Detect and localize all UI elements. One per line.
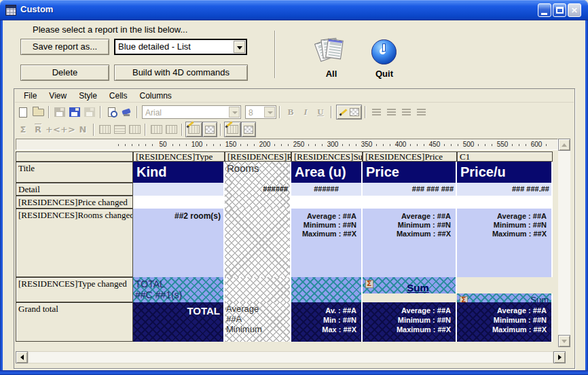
- title-bar[interactable]: Custom ×: [0, 0, 588, 20]
- font-size-dropdown-button[interactable]: [264, 107, 275, 118]
- align-left-button[interactable]: [369, 105, 384, 119]
- column-header-c1[interactable]: C1: [457, 151, 553, 162]
- sum-button[interactable]: Σ: [16, 123, 31, 137]
- vertical-scrollbar-track[interactable]: [558, 151, 570, 335]
- cell-price-changed-priceu[interactable]: [457, 196, 553, 209]
- row-label-price-changed[interactable]: [RESIDENCES]Price changed: [16, 196, 133, 209]
- alt-border-style-button[interactable]: [224, 122, 241, 137]
- menu-file[interactable]: File: [24, 91, 37, 101]
- cell-grand-total-priceu[interactable]: Average : ##A Minimum : ##N Maximum : ##…: [457, 302, 553, 342]
- row-label-type-changed[interactable]: [RESIDENCES]Type changed: [16, 277, 133, 302]
- column-header-type[interactable]: [RESIDENCES]Type: [133, 151, 225, 162]
- italic-button[interactable]: I: [298, 105, 313, 119]
- cell-rooms-changed-surf[interactable]: Average : ##A Minimum : ##N Maximum : ##…: [291, 209, 363, 277]
- menu-cells[interactable]: Cells: [109, 91, 128, 101]
- cell-detail-price[interactable]: ### ### ###: [363, 183, 457, 196]
- cell-type-changed-type[interactable]: TOTAL ##C ##1(s): [133, 277, 225, 302]
- report-select-dropdown-button[interactable]: [234, 41, 245, 53]
- column-format-button[interactable]: [97, 123, 112, 137]
- cell-grand-total-rooms[interactable]: Average ##A Minimum: [225, 302, 291, 342]
- minimize-button[interactable]: [538, 3, 551, 17]
- insert-column-left-button[interactable]: [149, 123, 164, 137]
- quit-power-icon[interactable]: [371, 39, 397, 65]
- align-center-button[interactable]: [384, 105, 399, 119]
- row-label-rooms-changed[interactable]: [RESIDENCES]Rooms changed: [16, 209, 133, 277]
- cell-title-type[interactable]: Kind: [133, 162, 225, 183]
- cell-rooms-changed-priceu[interactable]: Average : ##A Minimum : ##N Maximum : ##…: [457, 209, 553, 277]
- font-size-select[interactable]: 8: [245, 105, 276, 119]
- cell-border-style-button[interactable]: [185, 122, 202, 137]
- bold-button[interactable]: B: [283, 105, 298, 119]
- cell-detail-surf[interactable]: ######: [291, 183, 363, 196]
- align-justify-button[interactable]: [414, 105, 428, 119]
- quit-label[interactable]: Quit: [369, 69, 400, 79]
- menu-view[interactable]: View: [49, 91, 67, 101]
- align-center-icon: [387, 109, 396, 116]
- font-select[interactable]: Arial: [142, 105, 241, 119]
- menu-columns[interactable]: Columns: [140, 91, 172, 101]
- cell-fill-style-button[interactable]: [202, 122, 217, 137]
- cell-title-priceu[interactable]: Price/u: [457, 162, 553, 183]
- report-select-value: Blue detailed - List: [118, 41, 191, 52]
- new-report-button[interactable]: [16, 105, 31, 119]
- fill-format-button[interactable]: [127, 123, 142, 137]
- cell-type-changed-surf[interactable]: [291, 277, 363, 302]
- cell-detail-rooms[interactable]: ######: [225, 183, 291, 196]
- design-button[interactable]: [119, 105, 134, 119]
- print-preview-button[interactable]: [104, 105, 119, 119]
- horizontal-scrollbar-track[interactable]: [28, 351, 553, 363]
- align-right-button[interactable]: [399, 105, 414, 119]
- save-button[interactable]: [52, 105, 67, 119]
- font-select-dropdown-button[interactable]: [229, 107, 240, 118]
- cell-grand-total-surf[interactable]: Av. : ##A Min : ##N Max : ##X: [291, 302, 363, 342]
- all-label[interactable]: All: [309, 69, 354, 79]
- column-header-price[interactable]: [RESIDENCES]Price: [363, 151, 457, 162]
- delete-button[interactable]: Delete: [20, 65, 109, 81]
- cell-price-changed-type[interactable]: [133, 196, 225, 209]
- scroll-left-button[interactable]: [16, 351, 28, 363]
- cell-price-changed-rooms[interactable]: [225, 196, 291, 209]
- cell-rooms-changed-type[interactable]: ##2 room(s): [133, 209, 225, 277]
- row-format-button[interactable]: [112, 123, 127, 137]
- cell-title-surf[interactable]: Area (u): [291, 162, 363, 183]
- cell-rooms-changed-price[interactable]: Average : ##A Minimum : ##N Maximum : ##…: [363, 209, 457, 277]
- scroll-down-button[interactable]: [558, 335, 570, 347]
- open-report-button[interactable]: [31, 105, 45, 119]
- cell-type-changed-rooms[interactable]: [225, 277, 291, 302]
- revert-button[interactable]: [82, 105, 97, 119]
- row-label-title[interactable]: Title: [16, 162, 133, 183]
- save-as-button[interactable]: [67, 105, 82, 119]
- print-all-icon[interactable]: [316, 37, 346, 65]
- underline-button[interactable]: U: [313, 105, 328, 119]
- cell-type-changed-price[interactable]: Σ Sum: [363, 277, 457, 293]
- insert-column-right-button[interactable]: [164, 123, 179, 137]
- maximize-button[interactable]: [553, 3, 566, 17]
- column-header-rooms[interactable]: [RESIDENCES]R: [225, 151, 291, 162]
- cell-price-changed-surf[interactable]: [291, 196, 363, 209]
- insert-after-button[interactable]: +>: [60, 123, 75, 137]
- cell-rooms-changed-rooms[interactable]: [225, 209, 291, 277]
- cell-detail-type[interactable]: [133, 183, 225, 196]
- row-label-detail[interactable]: Detail: [16, 183, 133, 196]
- scroll-up-button[interactable]: [558, 139, 570, 151]
- close-button[interactable]: ×: [568, 3, 581, 17]
- menu-style[interactable]: Style: [79, 91, 97, 101]
- scroll-right-button[interactable]: [553, 351, 566, 363]
- build-with-4d-commands-button[interactable]: Build with 4D commands: [114, 65, 248, 81]
- cell-grand-total-price[interactable]: Average : ##A Minimum : ##N Maximum : ##…: [363, 302, 457, 342]
- count-button[interactable]: N: [75, 123, 90, 137]
- corner-header[interactable]: [16, 151, 133, 162]
- borders-pen-button[interactable]: [336, 105, 362, 120]
- column-header-surf[interactable]: [RESIDENCES]Surf: [291, 151, 363, 162]
- row-label-grand-total[interactable]: Grand total: [16, 302, 133, 342]
- cell-price-changed-price[interactable]: [363, 196, 457, 209]
- cell-grand-total-type[interactable]: TOTAL: [133, 302, 225, 342]
- report-select[interactable]: Blue detailed - List: [114, 39, 247, 55]
- insert-before-button[interactable]: +<: [45, 123, 60, 137]
- alt-fill-style-button[interactable]: [241, 122, 256, 137]
- cell-title-rooms[interactable]: Rooms: [225, 162, 291, 183]
- cell-detail-priceu[interactable]: ### ###.##: [457, 183, 553, 196]
- repeat-button[interactable]: R: [31, 123, 45, 137]
- save-report-as-button[interactable]: Save report as...: [20, 39, 109, 55]
- cell-title-price[interactable]: Price: [363, 162, 457, 183]
